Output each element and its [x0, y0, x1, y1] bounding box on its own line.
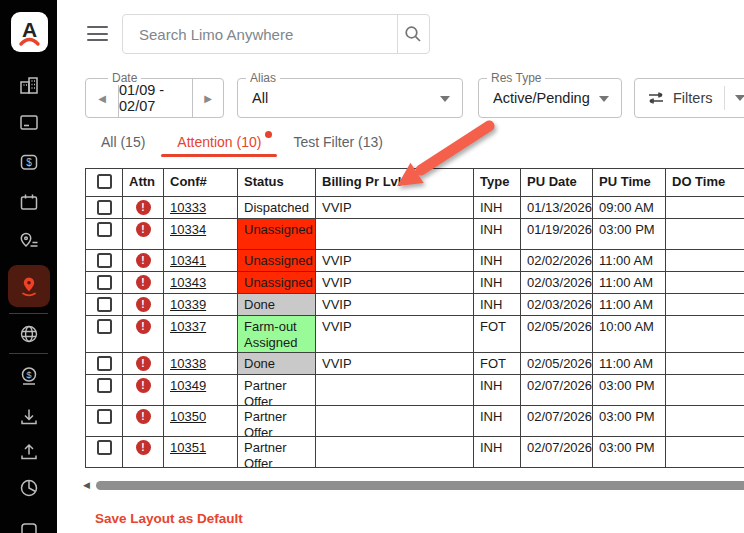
status-cell: Partner Offer [238, 406, 316, 437]
column-header-pu-time[interactable]: PU Time [593, 169, 666, 197]
date-next-button[interactable]: ▶ [192, 79, 223, 117]
sidebar-divider [9, 353, 48, 354]
filters-button[interactable]: Filters [634, 78, 744, 118]
column-header-pu-date[interactable]: PU Date [521, 169, 593, 197]
tab-attention-10[interactable]: Attention (10) [161, 130, 277, 157]
conf-cell: 10343 [164, 272, 238, 294]
table-row: !10338DoneVVIPFOT02/05/202611:00 AM [86, 353, 744, 375]
conf-link[interactable]: 10339 [170, 297, 206, 312]
select-all-checkbox[interactable] [97, 174, 112, 189]
row-select-cell [86, 316, 123, 353]
sidebar-item-more[interactable] [18, 521, 40, 533]
pu-time-cell: 11:00 AM [593, 272, 666, 294]
search-divider [397, 15, 398, 53]
panel-window-icon [18, 111, 40, 133]
column-header-status[interactable]: Status [238, 169, 316, 197]
billing-cell [316, 219, 474, 250]
conf-link[interactable]: 10333 [170, 200, 206, 215]
status-cell: Farm-out Assigned [238, 316, 316, 353]
row-checkbox[interactable] [97, 378, 112, 393]
tab-test-filter-13[interactable]: Test Filter (13) [277, 130, 398, 157]
row-checkbox[interactable] [97, 200, 112, 215]
do-time-cell [666, 219, 744, 250]
pu-time-cell: 03:00 PM [593, 406, 666, 437]
attention-icon: ! [136, 200, 151, 215]
scroll-left-icon[interactable]: ◀ [83, 480, 90, 490]
chevron-down-icon [599, 96, 609, 102]
search-input[interactable] [123, 15, 395, 53]
header-select-cell[interactable] [86, 169, 123, 197]
type-cell: INH [474, 250, 521, 272]
table-row: !10333DispatchedVVIPINH01/13/202609:00 A… [86, 197, 744, 219]
billing-cell: VVIP [316, 250, 474, 272]
attention-icon: ! [136, 275, 151, 290]
tab-label: Attention (10) [177, 134, 261, 150]
sidebar-item-front-office[interactable] [18, 111, 40, 133]
conf-cell: 10339 [164, 294, 238, 316]
attn-cell: ! [123, 197, 164, 219]
row-checkbox[interactable] [97, 253, 112, 268]
row-checkbox[interactable] [97, 275, 112, 290]
save-layout-link[interactable]: Save Layout as Default [95, 511, 243, 526]
type-cell: FOT [474, 353, 521, 375]
attention-icon: ! [136, 378, 151, 393]
attention-icon: ! [136, 409, 151, 424]
conf-link[interactable]: 10341 [170, 253, 206, 268]
column-header-attn[interactable]: Attn [123, 169, 164, 197]
res-type-select[interactable]: Res Type Active/Pending [478, 78, 622, 118]
sidebar: A $ [0, 0, 57, 533]
row-checkbox[interactable] [97, 409, 112, 424]
chevron-down-icon[interactable] [735, 95, 744, 101]
tab-all-15[interactable]: All (15) [85, 130, 161, 157]
dollar-circle-icon: $ [18, 365, 40, 387]
conf-link[interactable]: 10343 [170, 275, 206, 290]
conf-cell: 10337 [164, 316, 238, 353]
sidebar-item-calendar[interactable] [18, 191, 40, 213]
sidebar-item-payments[interactable]: $ [18, 151, 40, 173]
conf-link[interactable]: 10338 [170, 356, 206, 371]
column-header-conf-[interactable]: Conf# [164, 169, 238, 197]
row-checkbox[interactable] [97, 319, 112, 334]
date-label: Date [108, 71, 141, 85]
res-type-label: Res Type [487, 71, 545, 85]
row-checkbox[interactable] [97, 440, 112, 455]
horizontal-scrollbar[interactable] [96, 481, 744, 490]
sidebar-item-quotes[interactable]: $ [18, 365, 40, 387]
row-checkbox[interactable] [97, 222, 112, 237]
type-cell: INH [474, 406, 521, 437]
column-header-type[interactable]: Type [474, 169, 521, 197]
sidebar-divider [9, 313, 48, 314]
alias-select[interactable]: Alias All [237, 78, 463, 118]
column-header-billing-pr-lvl[interactable]: Billing Pr Lvl [316, 169, 474, 197]
conf-cell: 10349 [164, 375, 238, 406]
sidebar-item-dispatch-list[interactable] [18, 230, 40, 252]
row-checkbox[interactable] [97, 297, 112, 312]
sidebar-item-import[interactable] [18, 406, 40, 428]
billing-cell [316, 375, 474, 406]
search-icon[interactable] [404, 25, 422, 43]
attn-cell: ! [123, 353, 164, 375]
type-cell: INH [474, 294, 521, 316]
billing-cell: VVIP [316, 316, 474, 353]
conf-link[interactable]: 10350 [170, 409, 206, 424]
status-cell: Unassigned [238, 272, 316, 294]
conf-link[interactable]: 10349 [170, 378, 206, 393]
res-type-value: Active/Pending [493, 90, 590, 106]
do-time-cell [666, 353, 744, 375]
column-header-do-time[interactable]: DO Time [666, 169, 744, 197]
row-checkbox[interactable] [97, 356, 112, 371]
table-row: !10334UnassignedINH01/19/202603:00 PM [86, 219, 744, 250]
menu-hamburger-icon[interactable] [87, 26, 108, 41]
sidebar-item-reservations[interactable] [18, 275, 40, 297]
conf-link[interactable]: 10337 [170, 319, 206, 334]
conf-link[interactable]: 10334 [170, 222, 206, 237]
sidebar-item-reports[interactable] [18, 477, 40, 499]
do-time-cell [666, 316, 744, 353]
reservations-pin-icon [18, 275, 40, 297]
attn-cell: ! [123, 437, 164, 468]
sidebar-item-company[interactable] [18, 74, 40, 96]
limo-anywhere-logo[interactable]: A [11, 12, 48, 52]
sidebar-item-web[interactable] [18, 323, 40, 345]
conf-link[interactable]: 10351 [170, 440, 206, 455]
sidebar-item-export[interactable] [18, 441, 40, 463]
